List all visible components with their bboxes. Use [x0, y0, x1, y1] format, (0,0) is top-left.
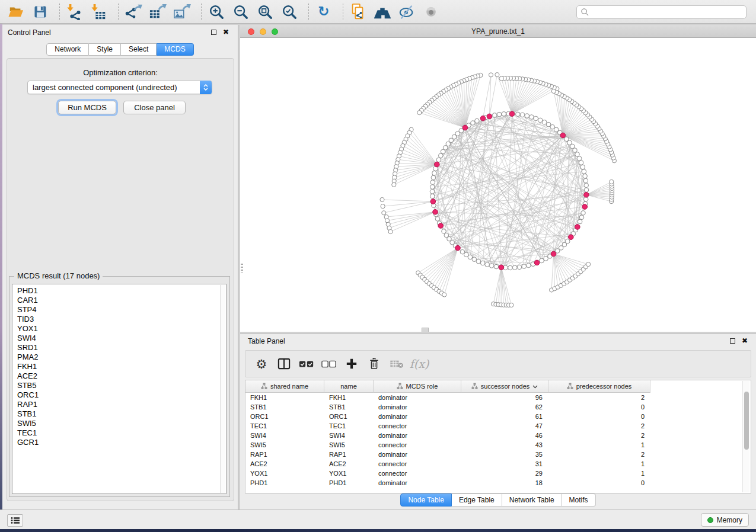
mcds-result-item[interactable]: STP4	[17, 305, 226, 315]
column-settings-gear-icon[interactable]: ⚙	[254, 355, 269, 373]
cell-shared-name: FKH1	[245, 393, 324, 402]
table-row[interactable]: TEC1TEC1connector472	[245, 421, 742, 431]
mcds-result-list[interactable]: PHD1CAR1STP4TID3YOX1SWI4SRD1PMA2FKH1ACE2…	[12, 284, 227, 494]
mcds-result-item[interactable]: TID3	[17, 315, 226, 324]
criterion-select[interactable]: largest connected component (undirected)	[27, 81, 212, 94]
table-row[interactable]: ORC1ORC1dominator610	[245, 412, 742, 421]
tab-motifs[interactable]: Motifs	[562, 493, 596, 507]
table-scrollbar[interactable]	[742, 381, 749, 492]
float-table-panel-icon[interactable]	[730, 338, 735, 344]
close-panel-button[interactable]: Close panel	[123, 101, 186, 114]
search-input[interactable]	[589, 8, 746, 17]
network-graph[interactable]	[240, 38, 756, 332]
tab-network-table[interactable]: Network Table	[502, 493, 562, 507]
table-tabs: Node Table Edge Table Network Table Moti…	[240, 493, 756, 507]
status-menu-button[interactable]	[7, 514, 23, 527]
close-table-panel-icon[interactable]: ✖	[742, 336, 748, 345]
search-box[interactable]	[576, 5, 747, 19]
show-all-icon[interactable]	[421, 2, 441, 21]
add-column-icon[interactable]	[344, 355, 359, 373]
cell-predecessor-nodes: 0	[548, 402, 650, 412]
show-columns-icon[interactable]	[276, 355, 292, 373]
zoom-fit-icon[interactable]	[255, 2, 275, 21]
mcds-result-item[interactable]: YOX1	[17, 324, 226, 334]
mcds-result-item[interactable]: SWI5	[17, 419, 226, 428]
desktop-wallpaper	[0, 529, 756, 532]
tab-style[interactable]: Style	[89, 43, 121, 56]
tab-edge-table[interactable]: Edge Table	[452, 493, 502, 507]
new-network-from-selection-icon[interactable]	[348, 2, 368, 21]
delete-table-icon[interactable]	[389, 355, 404, 373]
splitter-grip[interactable]	[241, 264, 243, 273]
cell-name: RAP1	[324, 450, 374, 459]
control-panel-tabs: Network Style Select MCDS	[2, 43, 238, 56]
table-row[interactable]: RAP1RAP1dominator352	[245, 450, 742, 459]
zoom-out-icon[interactable]	[231, 2, 251, 21]
table-scrollbar-thumb[interactable]	[744, 392, 749, 450]
mcds-result-item[interactable]: PHD1	[17, 286, 226, 296]
cell-shared-name: SWI4	[245, 431, 324, 440]
deselect-all-checkboxes-icon[interactable]	[321, 355, 337, 373]
mcds-result-item[interactable]: STB5	[17, 381, 226, 390]
table-body: FKH1FKH1dominator962STB1STB1dominator620…	[245, 393, 742, 488]
cell-name: PHD1	[324, 478, 374, 488]
cell-predecessor-nodes: 2	[548, 450, 650, 459]
tab-select[interactable]: Select	[121, 43, 157, 56]
export-table-icon[interactable]	[148, 2, 168, 21]
save-session-icon[interactable]	[30, 2, 50, 21]
tab-mcds[interactable]: MCDS	[157, 43, 193, 56]
list-menu-icon	[11, 517, 20, 524]
table-row[interactable]: YOX1YOX1connector291	[245, 469, 742, 478]
splitter-handle[interactable]	[422, 328, 429, 332]
first-neighbors-icon[interactable]	[372, 2, 393, 21]
table-row[interactable]: ACE2ACE2connector311	[245, 459, 742, 469]
mcds-result-item[interactable]: FKH1	[17, 362, 226, 371]
zoom-in-icon[interactable]	[206, 2, 227, 21]
memory-button[interactable]: Memory	[701, 513, 749, 527]
table-row[interactable]: STB1STB1dominator620	[245, 402, 742, 412]
cell-successor-nodes: 18	[461, 478, 548, 488]
column-header-predecessor-nodes[interactable]: predecessor nodes	[548, 380, 650, 393]
mcds-result-item[interactable]: PMA2	[17, 352, 226, 362]
cell-predecessor-nodes: 2	[548, 431, 650, 440]
close-panel-icon[interactable]: ✖	[223, 28, 229, 36]
column-label: predecessor nodes	[576, 383, 632, 390]
table-row[interactable]: SWI5SWI5connector431	[245, 440, 742, 450]
float-panel-icon[interactable]	[211, 30, 216, 35]
refresh-layout-icon[interactable]: ↻	[314, 2, 334, 21]
column-header-successor-nodes[interactable]: successor nodes	[461, 380, 548, 393]
run-mcds-button[interactable]: Run MCDS	[58, 101, 116, 114]
column-header-shared-name[interactable]: shared name	[245, 380, 324, 393]
open-session-icon[interactable]	[6, 2, 26, 21]
column-header-MCDS-role[interactable]: MCDS role	[374, 380, 461, 393]
mcds-result-item[interactable]: ORC1	[17, 390, 226, 400]
mcds-result-item[interactable]: RAP1	[17, 400, 226, 409]
column-header-name[interactable]: name	[324, 380, 374, 393]
result-list-scrollbar[interactable]	[220, 285, 225, 493]
tab-network[interactable]: Network	[46, 43, 89, 56]
select-all-checkboxes-icon[interactable]	[299, 355, 314, 373]
hide-selected-icon[interactable]	[397, 2, 417, 21]
mcds-result-item[interactable]: SWI4	[17, 334, 226, 343]
mcds-result-item[interactable]: ACE2	[17, 371, 226, 381]
network-canvas[interactable]	[240, 38, 756, 332]
table-panel-title: Table Panel	[248, 337, 285, 345]
export-image-icon[interactable]	[172, 2, 192, 21]
function-builder-icon[interactable]: f(x)	[412, 355, 427, 373]
mcds-result-item[interactable]: CAR1	[17, 296, 226, 305]
table-row[interactable]: FKH1FKH1dominator962	[245, 393, 742, 402]
mcds-result-item[interactable]: GCR1	[17, 438, 226, 447]
table-row[interactable]: SWI4SWI4dominator462	[245, 431, 742, 440]
tab-node-table[interactable]: Node Table	[400, 493, 452, 507]
mcds-result-item[interactable]: STB1	[17, 409, 226, 419]
cell-name: ACE2	[324, 459, 374, 469]
import-network-icon[interactable]	[65, 2, 85, 21]
mcds-result-item[interactable]: SRD1	[17, 343, 226, 352]
export-network-icon[interactable]	[123, 2, 143, 21]
import-table-icon[interactable]	[89, 2, 109, 21]
table-row[interactable]: PHD1PHD1dominator180	[245, 478, 742, 488]
mcds-result-item[interactable]: TEC1	[17, 428, 226, 438]
delete-columns-icon[interactable]	[366, 355, 382, 373]
cell-predecessor-nodes: 1	[548, 469, 650, 478]
zoom-selected-icon[interactable]	[279, 2, 299, 21]
